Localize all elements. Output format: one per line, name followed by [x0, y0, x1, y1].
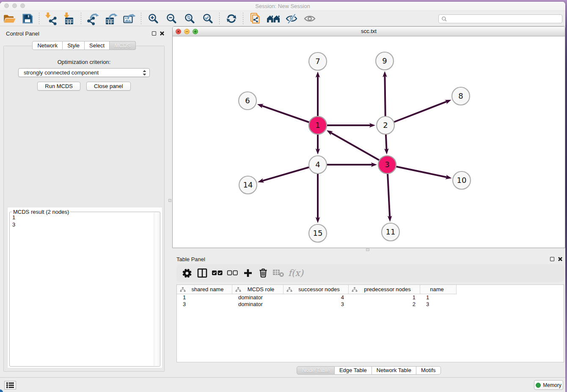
memory-button[interactable]: Memory: [534, 380, 563, 390]
graph-node-9[interactable]: 9: [376, 52, 394, 70]
tab-edge-table[interactable]: Edge Table: [335, 366, 372, 375]
refresh-button[interactable]: [222, 11, 240, 26]
close-panel-button[interactable]: Close panel: [86, 82, 131, 91]
show-button[interactable]: [300, 11, 319, 26]
close-window-button[interactable]: [4, 3, 9, 8]
table-cell: 1: [349, 294, 420, 301]
table-toolbar: f(x): [176, 264, 564, 282]
search-input[interactable]: [449, 16, 562, 22]
float-panel-icon[interactable]: [152, 31, 156, 36]
table-cell: 4: [284, 294, 349, 301]
clone-network-button[interactable]: [246, 11, 264, 26]
edge-3-1[interactable]: [330, 132, 387, 165]
node-label: 3: [385, 160, 389, 169]
tab-mcds[interactable]: MCDS: [110, 41, 135, 50]
graph-node-6[interactable]: 6: [239, 92, 256, 110]
edge-2-8[interactable]: [385, 101, 448, 125]
result-item[interactable]: 1: [11, 214, 153, 221]
titlebar: Session: New Session: [0, 2, 565, 11]
graph-node-4[interactable]: 4: [309, 156, 327, 174]
node-label: 7: [315, 57, 320, 66]
delete-table-button[interactable]: [271, 266, 285, 280]
add-button[interactable]: [241, 266, 255, 280]
graph-node-14[interactable]: 14: [239, 176, 257, 194]
export-image-button[interactable]: [120, 11, 138, 26]
result-scrollbar[interactable]: [154, 213, 160, 366]
deselect-all-icon: [227, 268, 238, 279]
table-cell: dominator: [232, 301, 284, 308]
graph-node-3[interactable]: 3: [378, 156, 396, 174]
run-mcds-button[interactable]: Run MCDS: [37, 82, 80, 91]
graph-node-10[interactable]: 10: [453, 171, 471, 189]
import-network-button[interactable]: [42, 11, 60, 26]
zoom-out-button[interactable]: [162, 11, 180, 26]
table-cell: dominator: [232, 294, 284, 301]
graph-node-2[interactable]: 2: [377, 116, 394, 134]
frame-close-button[interactable]: [176, 29, 181, 34]
mcds-result-list[interactable]: 13: [11, 214, 153, 365]
graph-node-15[interactable]: 15: [309, 224, 327, 242]
column-header-successor-nodes[interactable]: successor nodes: [284, 285, 349, 294]
node-label: 15: [313, 229, 323, 237]
tab-node-table[interactable]: Node Table: [297, 366, 335, 375]
mcds-result-pane: MCDS result (2 nodes) 13: [7, 207, 162, 368]
graph-node-8[interactable]: 8: [452, 87, 470, 105]
zoom-in-icon: [148, 13, 159, 24]
task-history-button[interactable]: [4, 381, 16, 389]
vertical-splitter[interactable]: [168, 26, 172, 377]
function-builder-button: f(x): [286, 268, 303, 278]
zoom-selected-button[interactable]: [198, 11, 217, 26]
horizontal-splitter[interactable]: [172, 248, 565, 252]
search-box[interactable]: [438, 14, 562, 23]
tab-style[interactable]: Style: [63, 41, 85, 50]
zoom-fit-button[interactable]: [180, 11, 198, 26]
export-network-button[interactable]: [84, 11, 102, 26]
result-item[interactable]: 3: [11, 221, 153, 228]
splitter-grip[interactable]: [366, 248, 369, 251]
tab-motifs[interactable]: Motifs: [416, 366, 441, 375]
save-button[interactable]: [18, 11, 36, 26]
export-table-button[interactable]: [102, 11, 120, 26]
table-row[interactable]: 3dominator323: [177, 301, 564, 308]
close-panel-icon[interactable]: [160, 31, 165, 36]
open-folder-button[interactable]: [0, 11, 18, 26]
column-header-name[interactable]: name: [420, 285, 457, 294]
table-panel-title: Table Panel: [176, 254, 550, 262]
gear-button[interactable]: [180, 266, 194, 280]
home-button[interactable]: [264, 11, 282, 26]
column-label: shared name: [186, 286, 232, 293]
graph-node-11[interactable]: 11: [382, 223, 399, 241]
node-label: 6: [245, 96, 250, 105]
frame-minimize-button[interactable]: [184, 29, 190, 34]
network-frame-titlebar[interactable]: scc.txt: [173, 27, 565, 36]
table-row[interactable]: 1dominator411: [177, 294, 564, 301]
network-canvas[interactable]: 7 9 6 8 1 2 4 3 14 10 15 11: [173, 37, 565, 248]
select-all-button[interactable]: [210, 266, 224, 280]
toolbar-separator: [243, 13, 243, 25]
float-panel-icon[interactable]: [550, 257, 554, 261]
column-header-shared-name[interactable]: shared name: [177, 285, 232, 294]
deselect-all-button[interactable]: [226, 266, 239, 280]
import-table-button[interactable]: [60, 11, 78, 26]
splitter-grip[interactable]: [168, 199, 171, 202]
tab-network-table[interactable]: Network Table: [372, 366, 416, 375]
tab-network[interactable]: Network: [32, 41, 63, 50]
tab-select[interactable]: Select: [85, 41, 110, 50]
zoom-in-button[interactable]: [144, 11, 162, 26]
column-label: successor nodes: [292, 286, 348, 293]
minimize-window-button[interactable]: [12, 3, 17, 8]
criterion-select[interactable]: strongly connected component: [18, 68, 150, 77]
columns-button[interactable]: [195, 266, 209, 280]
export-image-icon: [123, 12, 136, 25]
column-header-predecessor-nodes[interactable]: predecessor nodes: [349, 285, 420, 294]
frame-maximize-button[interactable]: [193, 29, 198, 34]
delete-button[interactable]: [256, 266, 270, 280]
maximize-window-button[interactable]: [20, 3, 25, 8]
column-header-MCDS-role[interactable]: MCDS role: [232, 285, 284, 294]
control-panel-title: Control Panel: [6, 28, 152, 37]
hide-button[interactable]: [282, 11, 300, 26]
close-panel-icon[interactable]: [558, 257, 563, 262]
graph-node-7[interactable]: 7: [309, 52, 327, 70]
import-network-icon: [44, 12, 58, 25]
graph-node-1[interactable]: 1: [309, 116, 327, 134]
